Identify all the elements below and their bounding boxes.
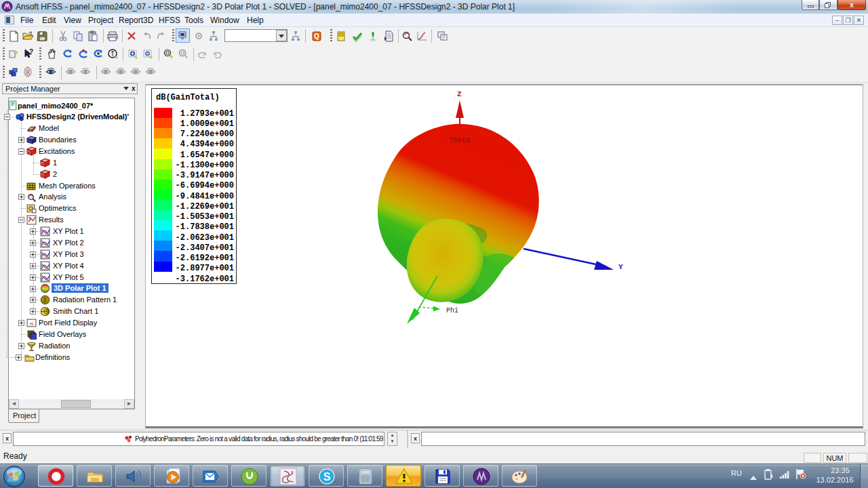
svg-text:rs: rs [29,321,33,327]
svg-text:Phi: Phi [446,307,458,314]
svg-text:Y: Y [618,263,623,271]
svg-text:Theta: Theta [450,137,470,144]
svg-text:Q: Q [314,33,319,40]
svg-text:Z: Z [457,90,462,98]
svg-text:S: S [323,471,331,483]
